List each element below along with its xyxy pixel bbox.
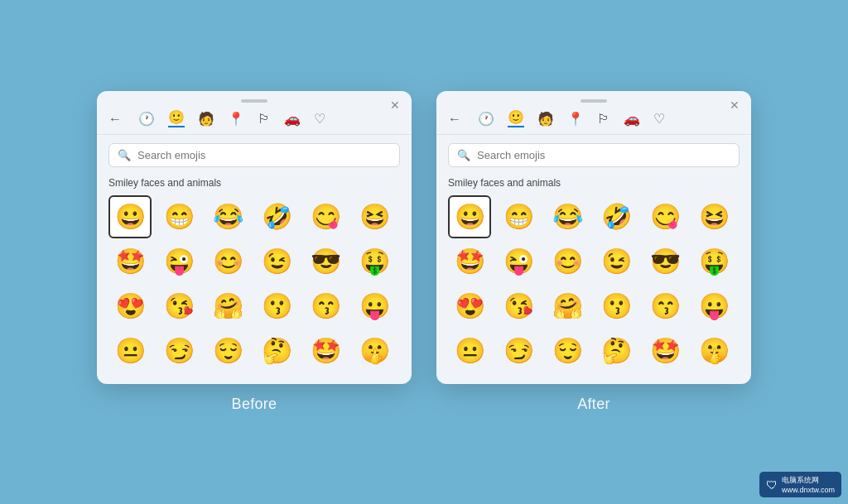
- before-nav-flags[interactable]: 🏳: [258, 113, 271, 126]
- before-emoji-7[interactable]: 😜: [157, 240, 200, 283]
- after-picker: ✕ ← 🕐 🙂 🧑 📍 🏳 🚗 ♡ 🔍 Smiley faces and ani…: [436, 91, 751, 384]
- after-emoji-20[interactable]: 😌: [546, 329, 589, 372]
- after-emoji-16[interactable]: 😙: [643, 285, 687, 328]
- before-emoji-11[interactable]: 🤑: [353, 240, 396, 283]
- after-close-button[interactable]: ✕: [730, 99, 740, 111]
- after-emoji-2[interactable]: 😂: [546, 195, 589, 238]
- after-back-icon[interactable]: ←: [448, 112, 461, 127]
- before-section-title: Smiley faces and animals: [97, 174, 412, 195]
- after-emoji-9[interactable]: 😉: [595, 240, 638, 283]
- before-drag-handle: [241, 99, 267, 103]
- before-emoji-grid: 😀 😁 😂 🤣 😋 😆 🤩 😜 😊 😉 😎 🤑 😍 😘 🤗 😗 😙: [97, 195, 412, 372]
- before-emoji-19[interactable]: 😏: [157, 329, 200, 372]
- before-emoji-22[interactable]: 🤩: [304, 329, 347, 372]
- watermark-text: 电脑系统网 www.dnxtw.com: [782, 475, 835, 494]
- before-nav-people[interactable]: 🧑: [198, 113, 214, 126]
- before-nav-travel[interactable]: 🚗: [284, 113, 301, 126]
- watermark: 🛡 电脑系统网 www.dnxtw.com: [759, 472, 841, 497]
- after-nav-recent[interactable]: 🕐: [478, 113, 494, 126]
- after-emoji-14[interactable]: 🤗: [546, 285, 589, 328]
- before-search-input[interactable]: [137, 149, 391, 161]
- after-search-bar[interactable]: 🔍: [448, 143, 740, 167]
- before-emoji-17[interactable]: 😛: [353, 285, 396, 328]
- after-nav-symbols[interactable]: ♡: [653, 113, 665, 126]
- before-emoji-21[interactable]: 🤔: [255, 329, 298, 372]
- after-emoji-4[interactable]: 😋: [643, 195, 687, 238]
- before-emoji-13[interactable]: 😘: [157, 285, 200, 328]
- after-title-bar: ✕: [436, 91, 751, 108]
- after-emoji-7[interactable]: 😜: [497, 240, 540, 283]
- after-emoji-22[interactable]: 🤩: [643, 329, 687, 372]
- after-section-title: Smiley faces and animals: [436, 174, 751, 195]
- before-emoji-6[interactable]: 🤩: [108, 240, 152, 283]
- before-emoji-9[interactable]: 😉: [255, 240, 298, 283]
- after-emoji-12[interactable]: 😍: [448, 285, 491, 328]
- before-nav-places[interactable]: 📍: [228, 113, 244, 126]
- before-emoji-15[interactable]: 😗: [255, 285, 298, 328]
- after-emoji-8[interactable]: 😊: [546, 240, 589, 283]
- watermark-shield-icon: 🛡: [766, 478, 778, 492]
- after-emoji-21[interactable]: 🤔: [595, 329, 638, 372]
- after-emoji-13[interactable]: 😘: [497, 285, 540, 328]
- before-nav-symbols[interactable]: ♡: [314, 113, 325, 126]
- before-emoji-18[interactable]: 😐: [108, 329, 152, 372]
- before-emoji-3[interactable]: 🤣: [255, 195, 298, 238]
- before-panel-wrapper: ✕ ← 🕐 🙂 🧑 📍 🏳 🚗 ♡ 🔍 Smiley faces and ani…: [97, 91, 412, 413]
- before-emoji-12[interactable]: 😍: [108, 285, 152, 328]
- comparison-panels: ✕ ← 🕐 🙂 🧑 📍 🏳 🚗 ♡ 🔍 Smiley faces and ani…: [97, 91, 751, 413]
- before-nav-bar: ← 🕐 🙂 🧑 📍 🏳 🚗 ♡: [97, 108, 412, 135]
- after-emoji-11[interactable]: 🤑: [692, 240, 735, 283]
- before-emoji-10[interactable]: 😎: [304, 240, 347, 283]
- after-emoji-1[interactable]: 😁: [497, 195, 540, 238]
- after-nav-travel[interactable]: 🚗: [624, 113, 640, 126]
- before-nav-recent[interactable]: 🕐: [138, 113, 155, 126]
- before-emoji-2[interactable]: 😂: [206, 195, 249, 238]
- after-emoji-6[interactable]: 🤩: [448, 240, 491, 283]
- before-close-button[interactable]: ✕: [390, 99, 400, 111]
- after-emoji-10[interactable]: 😎: [643, 240, 687, 283]
- after-emoji-grid: 😀 😁 😂 🤣 😋 😆 🤩 😜 😊 😉 😎 🤑 😍 😘 🤗 😗 😙: [436, 195, 751, 372]
- before-emoji-5[interactable]: 😆: [353, 195, 396, 238]
- before-search-bar[interactable]: 🔍: [108, 143, 400, 167]
- after-emoji-15[interactable]: 😗: [595, 285, 638, 328]
- before-emoji-14[interactable]: 🤗: [206, 285, 249, 328]
- before-picker: ✕ ← 🕐 🙂 🧑 📍 🏳 🚗 ♡ 🔍 Smiley faces and ani…: [97, 91, 412, 384]
- after-emoji-23[interactable]: 🤫: [692, 329, 735, 372]
- before-emoji-8[interactable]: 😊: [206, 240, 249, 283]
- before-emoji-23[interactable]: 🤫: [353, 329, 396, 372]
- after-panel-wrapper: ✕ ← 🕐 🙂 🧑 📍 🏳 🚗 ♡ 🔍 Smiley faces and ani…: [436, 91, 751, 413]
- before-emoji-16[interactable]: 😙: [304, 285, 347, 328]
- before-label: Before: [232, 396, 277, 413]
- after-emoji-17[interactable]: 😛: [692, 285, 735, 328]
- before-emoji-1[interactable]: 😁: [157, 195, 200, 238]
- before-back-icon[interactable]: ←: [108, 112, 122, 127]
- after-drag-handle: [581, 99, 607, 103]
- after-emoji-0[interactable]: 😀: [448, 195, 491, 238]
- after-nav-places[interactable]: 📍: [567, 113, 584, 126]
- after-emoji-18[interactable]: 😐: [448, 329, 491, 372]
- after-emoji-3[interactable]: 🤣: [595, 195, 638, 238]
- after-search-input[interactable]: [477, 149, 730, 161]
- before-emoji-0[interactable]: 😀: [108, 195, 152, 238]
- before-search-icon: 🔍: [118, 149, 131, 161]
- after-nav-flags[interactable]: 🏳: [597, 113, 610, 126]
- before-emoji-4[interactable]: 😋: [304, 195, 347, 238]
- after-nav-smiley[interactable]: 🙂: [508, 111, 524, 127]
- after-search-icon: 🔍: [457, 149, 470, 161]
- before-emoji-20[interactable]: 😌: [206, 329, 249, 372]
- after-nav-bar: ← 🕐 🙂 🧑 📍 🏳 🚗 ♡: [436, 108, 751, 135]
- after-label: After: [577, 396, 610, 413]
- after-emoji-19[interactable]: 😏: [497, 329, 540, 372]
- before-nav-smiley[interactable]: 🙂: [168, 111, 185, 127]
- after-nav-people[interactable]: 🧑: [537, 113, 554, 126]
- before-title-bar: ✕: [97, 91, 412, 108]
- after-emoji-5[interactable]: 😆: [692, 195, 735, 238]
